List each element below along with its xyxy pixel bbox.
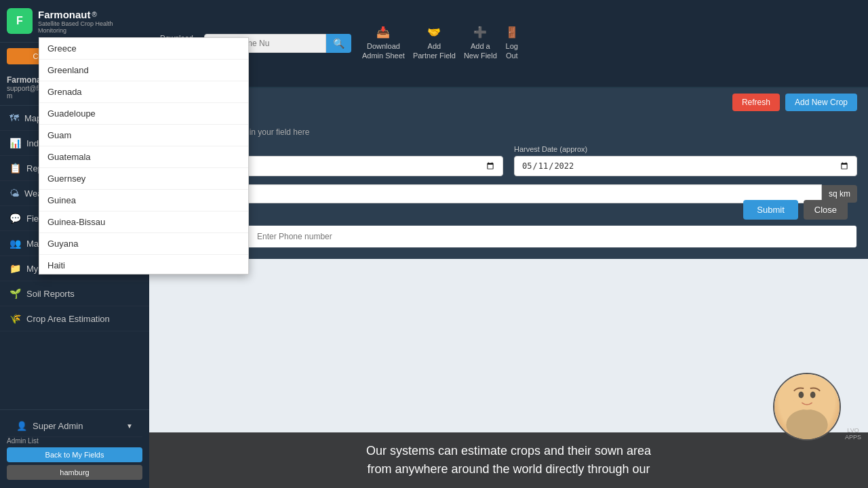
area-input[interactable] [160, 184, 822, 203]
my-files-icon: 📁 [9, 263, 21, 274]
avatar [773, 373, 841, 441]
harvest-date-group: Harvest Date (approx) [514, 145, 857, 176]
admin-list-label: Admin List [7, 437, 142, 445]
form-subtitle: You can add a new crop in your field her… [160, 127, 857, 137]
logo-text-block: Farmonaut ® Satellite Based Crop Health … [38, 9, 142, 34]
avatar-face [774, 374, 840, 439]
logo-subtitle: Satellite Based Crop Health Monitoring [38, 20, 142, 34]
harvest-date-input[interactable] [514, 156, 857, 176]
crop-header-actions: Refresh Add New Crop [732, 94, 857, 111]
form-action-buttons: Submit Close [743, 200, 848, 220]
index-results-icon: 📊 [9, 138, 21, 148]
dropdown-item-grenada[interactable]: Grenada [39, 81, 248, 103]
download-admin-sheet-button[interactable]: 📥 Download Admin Sheet [362, 26, 405, 60]
submit-button[interactable]: Submit [743, 200, 797, 220]
lvo-badge: LVOAPPS [845, 427, 861, 441]
download-admin-label: Download Admin Sheet [362, 41, 405, 61]
subtitle-line2: from anywhere around the world directly … [159, 460, 859, 479]
soil-reports-icon: 🌱 [9, 288, 21, 299]
dropdown-item-guatemala[interactable]: Guatemala [39, 146, 248, 168]
refresh-button[interactable]: Refresh [732, 94, 780, 111]
sidebar-footer: 👤 Super Admin ▼ Admin List Back to My Fi… [0, 409, 149, 488]
dropdown-item-guyana[interactable]: Guyana [39, 233, 248, 255]
logout-icon: 🚪 [505, 26, 519, 40]
sidebar-item-crop-area[interactable]: 🌾 Crop Area Estimation [0, 306, 149, 331]
svg-point-1 [786, 409, 827, 439]
crop-form-header: Crop Refresh Add New Crop [149, 88, 868, 117]
add-field-icon: ➕ [473, 26, 487, 40]
dropdown-item-guadeloupe[interactable]: Guadeloupe [39, 103, 248, 125]
dropdown-item-guam[interactable]: Guam [39, 125, 248, 146]
dropdown-item-greece[interactable]: Greece [39, 38, 248, 60]
sidebar-logo: F Farmonaut ® Satellite Based Crop Healt… [0, 0, 149, 43]
sidebar-item-label: Crop Area Estimation [26, 314, 110, 324]
svg-point-2 [793, 381, 821, 409]
subtitle-line1: Our systems can estimate crops and their… [159, 442, 859, 460]
add-new-field-label: Add a New Field [464, 41, 497, 61]
partner-icon: 🤝 [427, 26, 441, 40]
country-dropdown[interactable]: GreeceGreenlandGrenadaGuadeloupeGuamGuat… [39, 37, 249, 274]
log-out-label: Log Out [506, 41, 518, 61]
add-partner-field-button[interactable]: 🤝 Add Partner Field [413, 26, 456, 60]
phone-number-input[interactable] [249, 226, 856, 247]
weather-icon: 🌤 [9, 188, 19, 199]
close-button[interactable]: Close [804, 200, 848, 220]
map-controls-icon: 🗺 [9, 113, 19, 123]
chevron-down-icon: ▼ [126, 422, 133, 430]
hamburg-button[interactable]: hamburg [7, 465, 142, 480]
add-partner-label: Add Partner Field [413, 41, 456, 61]
main-content: Crop Refresh Add New Crop Submit Close Y… [149, 88, 868, 488]
logo-registered: ® [92, 11, 97, 18]
back-to-my-fields-button[interactable]: Back to My Fields [7, 447, 142, 462]
bottom-subtitle: Our systems can estimate crops and their… [149, 432, 868, 488]
dropdown-item-guinea[interactable]: Guinea [39, 190, 248, 211]
log-out-button[interactable]: 🚪 Log Out [505, 26, 519, 60]
dropdown-item-guinea-bissau[interactable]: Guinea-Bissau [39, 211, 248, 233]
logo-name: Farmonaut [38, 9, 91, 20]
dropdown-item-guernsey[interactable]: Guernsey [39, 168, 248, 190]
harvest-date-label: Harvest Date (approx) [514, 145, 857, 153]
reports-icon: 📋 [9, 163, 21, 174]
header: Download Results o 🔍 📥 Download Admin Sh… [149, 0, 868, 88]
form-date-row: Sowing Date (approx) Harvest Date (appro… [160, 145, 857, 176]
svg-point-3 [799, 392, 804, 399]
svg-point-4 [810, 392, 816, 399]
crop-area-icon: 🌾 [9, 313, 21, 324]
contact-row: Afghanista (+93) [160, 225, 857, 248]
manage-team-icon: 👥 [9, 238, 21, 249]
super-admin-item[interactable]: 👤 Super Admin ▼ [7, 415, 142, 437]
logo-icon: F [7, 8, 33, 34]
super-admin-icon: 👤 [16, 421, 27, 431]
add-new-crop-button[interactable]: Add New Crop [785, 94, 857, 111]
super-admin-label: Super Admin [33, 421, 83, 431]
field-chat-icon: 💬 [9, 213, 21, 224]
crop-form: You can add a new crop in your field her… [149, 117, 868, 259]
dropdown-item-haiti[interactable]: Haiti [39, 255, 248, 274]
dropdown-item-greenland[interactable]: Greenland [39, 60, 248, 81]
search-button[interactable]: 🔍 [326, 34, 351, 53]
add-new-field-button[interactable]: ➕ Add a New Field [464, 26, 497, 60]
sidebar-item-soil-reports[interactable]: 🌱 Soil Reports [0, 281, 149, 306]
sidebar-item-label: Soil Reports [26, 289, 75, 299]
download-icon: 📥 [376, 26, 390, 40]
